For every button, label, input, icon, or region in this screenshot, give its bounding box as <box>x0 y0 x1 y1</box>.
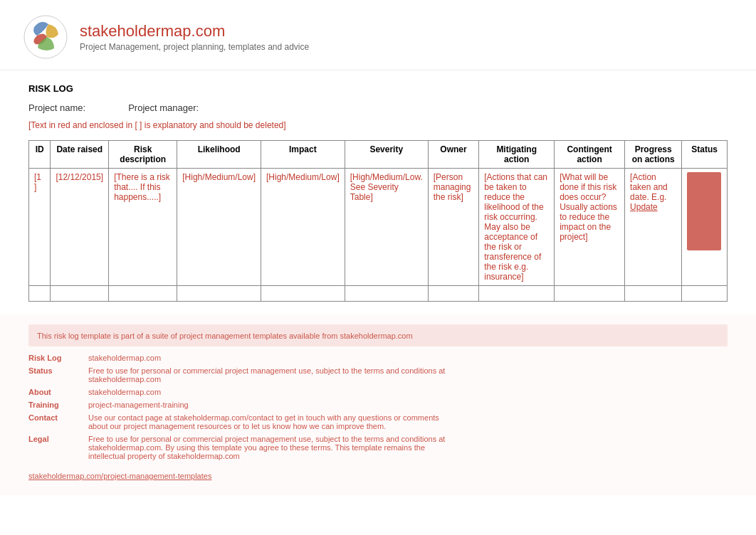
col-header-progress: Progress on actions <box>625 141 682 169</box>
cell-impact: [High/Medium/Low] <box>261 169 345 286</box>
bottom-value-4: Use our contact page at stakeholdermap.c… <box>88 413 458 430</box>
logo-icon <box>21 13 70 61</box>
col-header-status: Status <box>682 141 728 169</box>
bottom-row-1: Status Free to use for personal or comme… <box>28 366 728 383</box>
col-header-contingent: Contingent action <box>555 141 625 169</box>
bottom-label-1: Status <box>28 366 77 375</box>
bottom-label-5: Legal <box>28 435 77 443</box>
col-header-likelihood: Likelihood <box>177 141 261 169</box>
cell-id: [1 ] <box>29 169 51 286</box>
bottom-row-5: Legal Free to use for personal or commer… <box>28 435 728 460</box>
col-header-date: Date raised <box>51 141 109 169</box>
site-name[interactable]: stakeholdermap.com <box>80 22 309 41</box>
project-manager-label: Project manager: <box>128 102 199 113</box>
bottom-row-0: Risk Log stakeholdermap.com <box>28 354 728 362</box>
bottom-section: This risk log template is part of a suit… <box>0 314 756 495</box>
project-info: Project name: Project manager: <box>28 102 728 113</box>
site-header: stakeholdermap.com Project Management, p… <box>0 0 756 70</box>
col-header-mitigating: Mitigating action <box>479 141 555 169</box>
col-header-impact: Impact <box>261 141 345 169</box>
bottom-label-0: Risk Log <box>28 354 77 362</box>
bottom-footer-link[interactable]: stakeholdermap.com/project-management-te… <box>28 472 211 480</box>
bottom-row-4: Contact Use our contact page at stakehol… <box>28 413 728 430</box>
cell-date-raised: [12/12/2015] <box>51 169 109 286</box>
bottom-value-1: Free to use for personal or commercial p… <box>88 366 458 383</box>
cell-mitigating: [Actions that can be taken to reduce the… <box>479 169 555 286</box>
col-header-risk-desc: Risk description <box>109 141 177 169</box>
bottom-intro-text: This risk log template is part of a suit… <box>37 332 413 340</box>
cell-likelihood: [High/Medium/Low] <box>177 169 261 286</box>
logo-text-area: stakeholdermap.com Project Management, p… <box>80 22 309 52</box>
bottom-row-2: About stakeholdermap.com <box>28 388 728 396</box>
site-tagline: Project Management, project planning, te… <box>80 42 309 52</box>
cell-contingent: [What will be done if this risk does occ… <box>555 169 625 286</box>
cell-risk-desc: [There is a risk that.... If this happen… <box>109 169 177 286</box>
bottom-row-3: Training project-management-training <box>28 401 728 409</box>
bottom-intro-bar: This risk log template is part of a suit… <box>28 324 728 346</box>
col-header-severity: Severity <box>345 141 428 169</box>
cell-severity: [High/Medium/Low. See Severity Table] <box>345 169 428 286</box>
main-content: RISK LOG Project name: Project manager: … <box>0 70 756 302</box>
cell-progress-link[interactable]: Update <box>630 202 658 212</box>
bottom-value-2: stakeholdermap.com <box>88 388 728 396</box>
project-name-label: Project name: <box>28 102 85 113</box>
table-row-empty-1 <box>29 286 728 302</box>
cell-progress-text: [Action taken and date. E.g. <box>630 172 668 202</box>
page-title: RISK LOG <box>28 83 728 94</box>
status-indicator <box>687 172 721 250</box>
cell-progress: [Action taken and date. E.g. Update <box>625 169 682 286</box>
bottom-label-4: Contact <box>28 413 77 422</box>
bottom-label-3: Training <box>28 401 77 409</box>
bottom-value-3: project-management-training <box>88 401 728 409</box>
explanatory-note: [Text in red and enclosed in [ ] is expl… <box>28 120 728 130</box>
table-row: [1 ] [12/12/2015] [There is a risk that.… <box>29 169 728 286</box>
bottom-label-2: About <box>28 388 77 396</box>
risk-table: ID Date raised Risk description Likeliho… <box>28 140 728 302</box>
cell-status <box>682 169 728 286</box>
col-header-owner: Owner <box>428 141 479 169</box>
col-header-id: ID <box>29 141 51 169</box>
logo-area: stakeholdermap.com Project Management, p… <box>21 13 309 61</box>
bottom-value-5: Free to use for personal or commercial p… <box>88 435 458 460</box>
bottom-value-0: stakeholdermap.com <box>88 354 728 362</box>
cell-owner: [Person managing the risk] <box>428 169 479 286</box>
